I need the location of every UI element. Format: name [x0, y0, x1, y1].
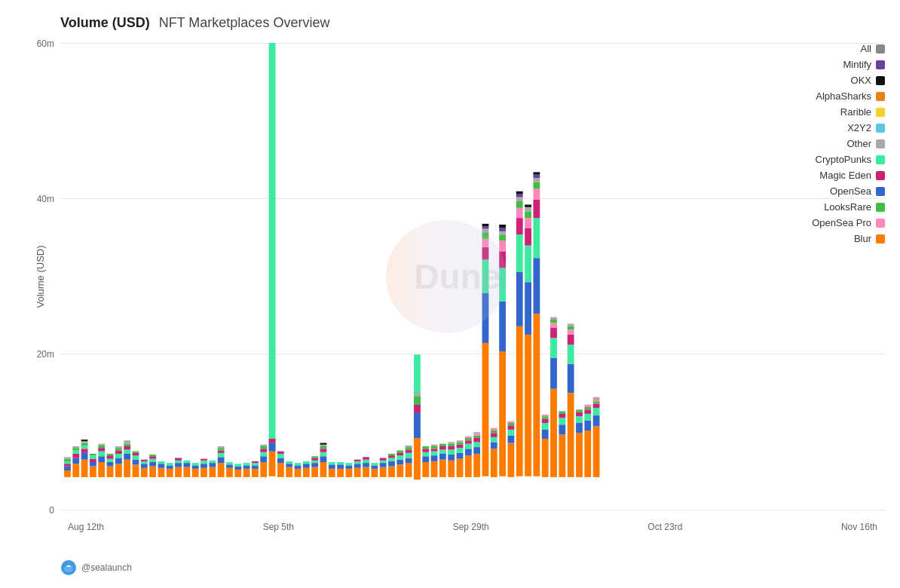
legend-item-openseapro[interactable]: OpenSea Pro [764, 217, 885, 228]
legend-dot-cryptopunks [876, 155, 885, 164]
svg-rect-315 [584, 409, 591, 414]
svg-rect-35 [107, 454, 114, 455]
svg-rect-123 [295, 463, 302, 465]
svg-rect-172 [396, 451, 403, 453]
legend-item-okx[interactable]: OKX [764, 75, 885, 86]
svg-rect-3 [64, 464, 71, 466]
svg-rect-76 [192, 465, 199, 468]
svg-rect-99 [243, 463, 250, 465]
legend-label-magiceden: Magic Eden [819, 170, 871, 181]
legend-dot-openseapro [876, 219, 885, 228]
bar-group-aug12 [64, 439, 139, 477]
chart-title-volume: Volume (USD) [60, 15, 150, 31]
svg-rect-197 [439, 454, 446, 460]
legend-item-mintify[interactable]: Mintify [764, 59, 885, 70]
legend-item-blur[interactable]: Blur [764, 233, 885, 244]
svg-rect-28 [98, 448, 105, 451]
svg-rect-321 [593, 404, 600, 409]
svg-rect-57 [149, 467, 156, 477]
svg-rect-199 [439, 446, 446, 449]
svg-rect-110 [269, 43, 276, 452]
legend-label-all: All [861, 43, 871, 54]
svg-rect-285 [542, 419, 549, 424]
svg-rect-112 [269, 443, 276, 452]
legend-item-all[interactable]: All [764, 43, 885, 54]
bar-group-sep29-oct23 [295, 443, 387, 477]
svg-rect-183 [414, 397, 421, 405]
legend-item-cryptopunks[interactable]: CryptoPunks [764, 154, 885, 165]
legend-item-x2y2[interactable]: X2Y2 [764, 122, 885, 133]
bar-group-sep5-29 [226, 43, 292, 477]
svg-rect-272 [525, 204, 531, 207]
svg-rect-117 [277, 452, 284, 454]
footer-attribution: @sealaunch [81, 562, 132, 573]
legend-dot-alphasharks [876, 92, 885, 101]
svg-rect-51 [133, 453, 139, 455]
svg-rect-171 [396, 453, 403, 455]
svg-rect-23 [90, 455, 96, 458]
svg-rect-153 [363, 463, 369, 467]
svg-rect-84 [209, 461, 216, 463]
svg-rect-204 [448, 446, 455, 449]
svg-rect-252 [508, 430, 515, 436]
svg-rect-241 [499, 351, 506, 476]
svg-rect-281 [533, 172, 540, 174]
svg-rect-246 [499, 234, 506, 240]
svg-rect-21 [90, 462, 96, 467]
legend-item-magiceden[interactable]: Magic Eden [764, 170, 885, 181]
svg-rect-68 [175, 467, 182, 477]
svg-rect-295 [559, 435, 565, 477]
svg-rect-159 [380, 467, 387, 477]
bar-group-oct23-nov16 [388, 354, 463, 479]
svg-rect-286 [542, 416, 549, 418]
svg-rect-157 [371, 465, 378, 468]
chart-main: 60m 40m 20m 0 [60, 43, 885, 510]
svg-rect-274 [533, 258, 540, 314]
svg-rect-213 [465, 455, 472, 477]
svg-rect-236 [491, 442, 497, 449]
svg-rect-20 [90, 467, 96, 477]
svg-rect-47 [124, 440, 130, 443]
svg-rect-163 [388, 467, 395, 477]
legend-item-rarible[interactable]: Rarible [764, 106, 885, 118]
svg-rect-58 [149, 462, 156, 467]
svg-rect-193 [431, 449, 438, 451]
svg-rect-137 [320, 445, 327, 446]
x-label-sep29: Sep 29th [453, 522, 489, 532]
svg-rect-278 [533, 182, 540, 189]
legend-item-alphasharks[interactable]: AlphaSharks [764, 90, 885, 102]
svg-rect-293 [550, 320, 557, 323]
legend-item-other[interactable]: Other [764, 138, 885, 149]
svg-rect-144 [337, 462, 344, 464]
svg-rect-203 [448, 449, 455, 455]
svg-rect-311 [576, 409, 583, 412]
svg-rect-178 [406, 446, 412, 447]
svg-rect-78 [201, 468, 207, 477]
svg-rect-239 [491, 430, 497, 433]
svg-rect-49 [133, 460, 139, 465]
svg-rect-142 [337, 469, 344, 477]
legend-dot-blur [876, 234, 885, 243]
legend-item-opensea[interactable]: OpenSea [764, 185, 885, 197]
title-area: Volume (USD) NFT Marketplaces Overview [60, 15, 885, 31]
svg-rect-12 [72, 446, 79, 448]
svg-rect-72 [183, 467, 190, 477]
svg-rect-138 [320, 443, 327, 445]
svg-rect-160 [380, 463, 387, 467]
svg-rect-248 [499, 228, 506, 231]
svg-rect-34 [107, 455, 114, 458]
svg-rect-24 [90, 454, 96, 455]
legend-dot-all [876, 44, 885, 54]
svg-rect-80 [201, 461, 207, 464]
legend-item-looksrare[interactable]: LooksRare [764, 201, 885, 213]
svg-rect-313 [584, 421, 591, 430]
sealaunch-icon [60, 559, 77, 576]
svg-rect-210 [457, 445, 464, 448]
svg-rect-266 [525, 282, 531, 335]
bar-group-sep5 [141, 446, 225, 477]
svg-rect-202 [448, 455, 455, 461]
svg-rect-282 [542, 439, 549, 477]
svg-rect-139 [329, 469, 335, 477]
svg-rect-251 [508, 436, 515, 443]
svg-rect-83 [209, 463, 216, 467]
